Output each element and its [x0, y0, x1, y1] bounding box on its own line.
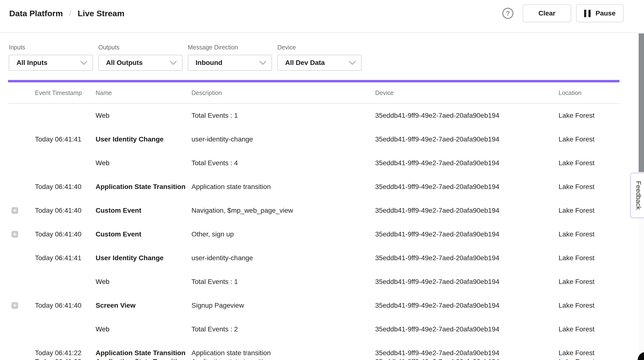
inputs-dropdown-value: All Inputs: [16, 59, 48, 67]
cell-location: Lake Forest: [558, 183, 620, 191]
plus-icon: +: [13, 302, 16, 309]
cell-location: Lake Forest: [558, 135, 620, 143]
cell-name: Web: [96, 159, 192, 167]
pause-icon: [584, 10, 590, 17]
cell-description: Navigation, $mp_web_page_view: [192, 207, 375, 214]
cell-location: Lake Forest: [558, 159, 620, 167]
filter-group-message-direction: Message Direction Inbound: [188, 44, 272, 71]
accent-bar: [8, 80, 620, 82]
cell-device: 35eddb41-9ff9-49e2-7aed-20afa90eb194: [375, 207, 558, 214]
cell-name: User Identity Change: [96, 135, 192, 143]
cell-device: 35eddb41-9ff9-49e2-7aed-20afa90eb194: [375, 302, 558, 309]
pause-button-label: Pause: [596, 9, 616, 17]
cell-device: 35eddb41-9ff9-49e2-7aed-20afa90eb194: [375, 159, 558, 167]
cell-device: 35eddb41-9ff9-49e2-7aed-20afa90eb194: [375, 135, 558, 143]
filter-group-outputs: Outputs All Outputs: [98, 44, 182, 71]
device-dropdown[interactable]: All Dev Data: [277, 55, 362, 71]
cell-name: User Identity Change: [96, 254, 192, 262]
table-row[interactable]: Today 06:41:41 User Identity Change user…: [8, 246, 620, 270]
filter-label-message-direction: Message Direction: [188, 44, 272, 51]
message-direction-dropdown-value: Inbound: [196, 59, 222, 67]
table-row[interactable]: Today 06:41:40 Application State Transit…: [8, 175, 620, 199]
scrollbar-thumb[interactable]: [639, 33, 644, 172]
chevron-down-icon: [170, 58, 177, 65]
outputs-dropdown[interactable]: All Outputs: [98, 55, 182, 71]
cell-name: Application State Transition: [96, 358, 192, 360]
column-header-name: Name: [96, 89, 192, 96]
cell-device: 35eddb41-9ff9-49e2-7aed-20afa90eb194: [375, 358, 558, 360]
cell-device: 35eddb41-9ff9-49e2-7aed-20afa90eb194: [375, 112, 558, 119]
filter-group-inputs: Inputs All Inputs: [9, 44, 93, 71]
cell-device: 35eddb41-9ff9-49e2-7aed-20afa90eb194: [375, 349, 558, 357]
filter-group-device: Device All Dev Data: [277, 44, 362, 71]
filter-label-outputs: Outputs: [98, 44, 182, 51]
question-circle-icon[interactable]: ?: [502, 8, 514, 19]
chevron-down-icon: [80, 58, 87, 65]
breadcrumb-section[interactable]: Data Platform: [9, 9, 63, 18]
cell-location: Lake Forest: [558, 278, 620, 286]
table-row[interactable]: Web Total Events : 1 35eddb41-9ff9-49e2-…: [8, 104, 620, 127]
cell-event-timestamp: Today 06:41:22: [35, 358, 96, 360]
header-actions: ? Clear Pause: [502, 4, 624, 22]
cell-location: Lake Forest: [558, 358, 620, 360]
filters-bar: Inputs All Inputs Outputs All Outputs Me…: [0, 33, 644, 71]
cell-description: user-identity-change: [192, 135, 375, 143]
breadcrumb-separator: /: [69, 9, 71, 18]
cell-name: Web: [96, 112, 192, 119]
cell-event-timestamp: Today 06:41:22: [35, 349, 96, 357]
table-row[interactable]: + Today 06:41:40 Custom Event Navigation…: [8, 199, 620, 222]
message-direction-dropdown[interactable]: Inbound: [188, 55, 272, 71]
cell-name: Web: [96, 278, 192, 286]
table-row[interactable]: + Today 06:41:40 Screen View Signup Page…: [8, 294, 620, 317]
expand-row-button[interactable]: +: [12, 207, 18, 214]
cell-name: Custom Event: [96, 207, 192, 214]
table-row[interactable]: Today 06:41:22 Application State Transit…: [8, 358, 620, 360]
breadcrumb-page: Live Stream: [78, 9, 124, 18]
cell-name: Application State Transition: [96, 349, 192, 357]
clear-button[interactable]: Clear: [523, 4, 571, 22]
cell-device: 35eddb41-9ff9-49e2-7aed-20afa90eb194: [375, 230, 558, 238]
cell-description: user-identity-change: [192, 254, 375, 262]
pause-button[interactable]: Pause: [576, 4, 624, 22]
cell-device: 35eddb41-9ff9-49e2-7aed-20afa90eb194: [375, 278, 558, 286]
cell-device: 35eddb41-9ff9-49e2-7aed-20afa90eb194: [375, 183, 558, 191]
cell-name: Application State Transition: [96, 183, 192, 191]
table-row[interactable]: Today 06:41:41 User Identity Change user…: [8, 127, 620, 151]
inputs-dropdown[interactable]: All Inputs: [9, 55, 93, 71]
cell-location: Lake Forest: [558, 207, 620, 214]
filter-label-device: Device: [277, 44, 362, 51]
clear-button-label: Clear: [538, 9, 556, 17]
chevron-down-icon: [260, 58, 266, 65]
cell-description: Other, sign up: [192, 230, 375, 238]
cell-device: 35eddb41-9ff9-49e2-7aed-20afa90eb194: [375, 254, 558, 262]
column-header-device: Device: [375, 89, 558, 96]
expand-row-button[interactable]: +: [12, 231, 18, 238]
table-row[interactable]: Today 06:41:22 Application State Transit…: [8, 341, 620, 360]
cell-event-timestamp: Today 06:41:40: [35, 230, 96, 238]
cell-location: Lake Forest: [558, 302, 620, 309]
column-header-location: Location: [558, 89, 620, 96]
table-body: Web Total Events : 1 35eddb41-9ff9-49e2-…: [8, 104, 620, 360]
plus-icon: +: [13, 207, 16, 214]
cell-name: Screen View: [96, 302, 192, 309]
feedback-tab-label: Feedback: [634, 181, 642, 210]
cell-description: Total Events : 2: [192, 325, 375, 333]
cell-description: Application state transition: [192, 349, 375, 357]
expand-row-button[interactable]: +: [12, 302, 18, 309]
app-header: Data Platform / Live Stream ? Clear Paus…: [0, 0, 644, 33]
cell-description: Total Events : 1: [192, 278, 375, 286]
table-row[interactable]: + Today 06:41:40 Custom Event Other, sig…: [8, 222, 620, 246]
cell-event-timestamp: Today 06:41:40: [35, 302, 96, 309]
table-row[interactable]: Web Total Events : 2 35eddb41-9ff9-49e2-…: [8, 317, 620, 341]
cell-description: Application state transition: [192, 358, 375, 360]
cell-event-timestamp: Today 06:41:41: [35, 254, 96, 262]
cell-location: Lake Forest: [558, 112, 620, 119]
plus-icon: +: [13, 231, 16, 237]
cell-description: Total Events : 4: [192, 159, 375, 167]
cell-device: 35eddb41-9ff9-49e2-7aed-20afa90eb194: [375, 325, 558, 333]
table-row[interactable]: Web Total Events : 1 35eddb41-9ff9-49e2-…: [8, 270, 620, 294]
cell-event-timestamp: Today 06:41:40: [35, 183, 96, 191]
outputs-dropdown-value: All Outputs: [106, 59, 143, 67]
feedback-tab[interactable]: Feedback: [630, 173, 644, 218]
table-row[interactable]: Web Total Events : 4 35eddb41-9ff9-49e2-…: [8, 151, 620, 175]
